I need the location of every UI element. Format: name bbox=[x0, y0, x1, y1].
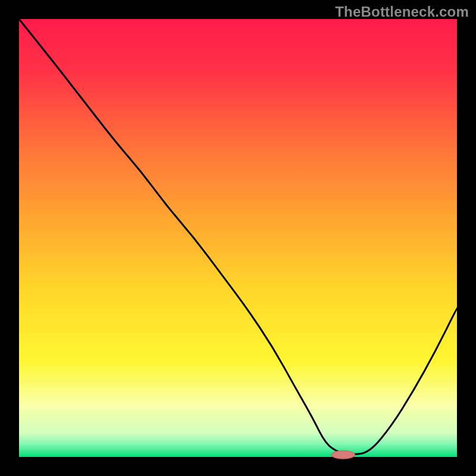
chart-canvas bbox=[0, 0, 476, 476]
watermark-text: TheBottleneck.com bbox=[335, 4, 469, 20]
optimal-point bbox=[331, 450, 355, 459]
plot-background bbox=[19, 19, 457, 457]
chart-frame: TheBottleneck.com bbox=[0, 0, 476, 476]
